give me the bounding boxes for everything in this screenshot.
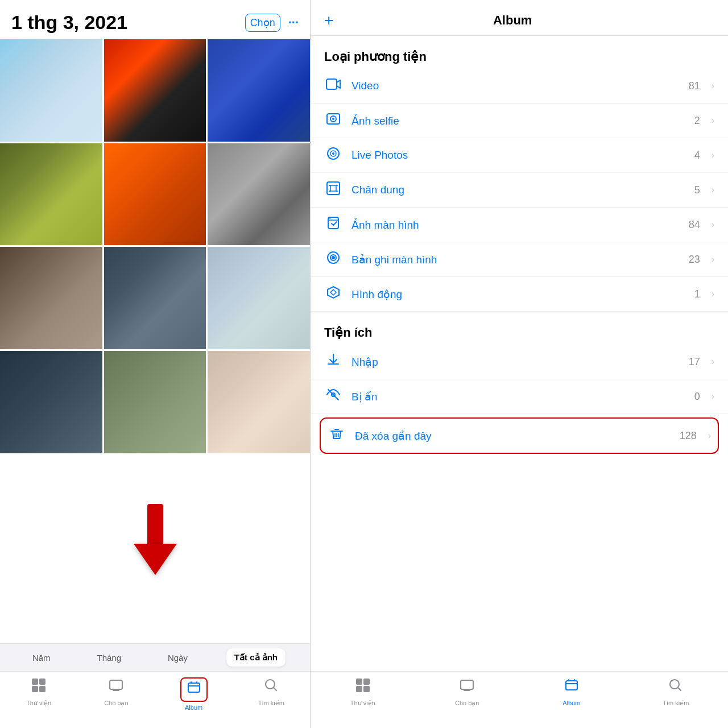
tab-cho-ban[interactable]: Cho bạn [77,677,155,707]
screenrecord-icon [324,250,342,268]
album-page-title: Album [333,13,692,28]
screenrecord-count: 23 [689,254,700,266]
svg-rect-1 [39,679,46,685]
live-count: 4 [694,150,700,162]
album-item-hidden[interactable]: Bị ẩn 0 › [311,379,728,414]
svg-rect-23 [356,679,362,685]
photo-cell[interactable] [104,143,206,246]
tab-tim-kiem-label: Tìm kiếm [258,700,284,707]
album-item-animated[interactable]: Hình động 1 › [311,277,728,312]
screenshot-label: Ảnh màn hình [351,218,680,231]
photo-cell[interactable] [0,39,102,142]
animated-icon [324,285,342,303]
right-tab-thu-vien[interactable]: Thư viện [311,677,415,707]
more-icon[interactable]: ··· [288,15,299,30]
album-item-portrait[interactable]: Chân dung 5 › [311,173,728,208]
photo-cell[interactable] [104,351,206,453]
screenshot-icon [324,216,342,234]
segment-ngay[interactable]: Ngày [160,649,196,667]
tab-album-label: Album [185,704,202,711]
svg-rect-15 [330,185,336,191]
tab-album[interactable]: Album [155,677,233,711]
svg-rect-27 [461,680,473,689]
photo-grid [0,39,310,643]
photo-cell[interactable] [0,247,102,349]
svg-rect-25 [356,686,362,692]
video-chevron: › [712,81,714,91]
arrow-head [134,544,177,575]
chon-button[interactable]: Chọn [245,14,280,32]
album-item-live[interactable]: Live Photos 4 › [311,138,728,173]
segment-bar: Năm Tháng Ngày Tất cả ảnh [0,643,310,671]
segment-tat-ca-anh[interactable]: Tất cả ảnh [226,648,286,667]
library-icon [31,677,47,697]
arrow-overlay [134,505,177,575]
selfie-count: 2 [694,115,700,127]
import-label: Nhập [351,355,680,369]
segment-nam[interactable]: Năm [24,649,59,667]
album-icon [186,682,202,699]
animated-label: Hình động [351,288,685,301]
svg-point-20 [332,256,335,259]
album-content: Loại phương tiện Video 81 › Ản [311,36,728,671]
photo-cell[interactable] [208,351,310,453]
screenrecord-chevron: › [712,254,714,264]
right-for-you-icon [459,677,475,697]
import-icon [324,353,342,371]
portrait-label: Chân dung [351,184,685,196]
screenshot-chevron: › [712,220,714,230]
album-item-screenshot[interactable]: Ảnh màn hình 84 › [311,208,728,242]
photo-cell[interactable] [208,247,310,349]
svg-rect-5 [188,683,200,692]
svg-rect-3 [39,686,46,692]
right-tab-tim-kiem-label: Tìm kiếm [663,700,689,707]
right-tab-tim-kiem[interactable]: Tìm kiếm [624,677,729,707]
photo-cell[interactable] [208,143,310,246]
album-item-video[interactable]: Video 81 › [311,69,728,104]
photo-cell[interactable] [0,143,102,246]
tab-thu-vien[interactable]: Thư viện [0,677,77,707]
left-tab-bar: Thư viện Cho bạn Albu [0,671,310,728]
album-item-selfie[interactable]: Ảnh selfie 2 › [311,104,728,138]
left-panel: 1 thg 3, 2021 Chọn ··· Năm [0,0,310,728]
album-item-screenrecord[interactable]: Bản ghi màn hình 23 › [311,242,728,277]
right-tab-album-label: Album [562,700,580,706]
right-library-icon [355,677,371,697]
right-tab-album[interactable]: Album [519,677,624,706]
selfie-chevron: › [712,115,714,126]
photo-cell[interactable] [0,351,102,453]
deleted-chevron: › [708,431,711,441]
tab-tim-kiem[interactable]: Tìm kiếm [233,677,310,707]
import-chevron: › [712,357,714,367]
svg-rect-7 [326,79,337,89]
section-title-tien-ich: Tiện ích [311,321,728,345]
section-spacer [311,312,728,321]
segment-thang[interactable]: Tháng [89,649,130,667]
animated-count: 1 [694,288,700,300]
add-album-button[interactable]: + [324,11,333,30]
right-tab-thu-vien-label: Thư viện [350,700,375,707]
svg-rect-28 [566,681,577,690]
svg-rect-2 [32,686,38,692]
album-item-deleted[interactable]: Đã xóa gần đây 128 › [320,417,719,454]
svg-point-10 [332,118,334,120]
photo-cell[interactable] [104,247,206,349]
svg-point-17 [329,218,330,220]
photo-cell[interactable] [208,39,310,142]
album-item-import[interactable]: Nhập 17 › [311,345,728,379]
left-header: 1 thg 3, 2021 Chọn ··· [0,0,310,39]
portrait-chevron: › [712,185,714,195]
hidden-icon [324,387,342,406]
hidden-chevron: › [712,391,714,402]
deleted-icon [328,427,346,445]
tab-cho-ban-label: Cho bạn [104,700,128,707]
album-tab-border [180,677,208,702]
right-tab-cho-ban[interactable]: Cho bạn [415,677,520,707]
svg-rect-26 [363,686,370,692]
right-search-icon [668,677,684,697]
animated-chevron: › [712,289,714,299]
video-icon [324,77,342,95]
live-icon [324,146,342,164]
photo-cell[interactable] [104,39,206,142]
live-chevron: › [712,150,714,160]
